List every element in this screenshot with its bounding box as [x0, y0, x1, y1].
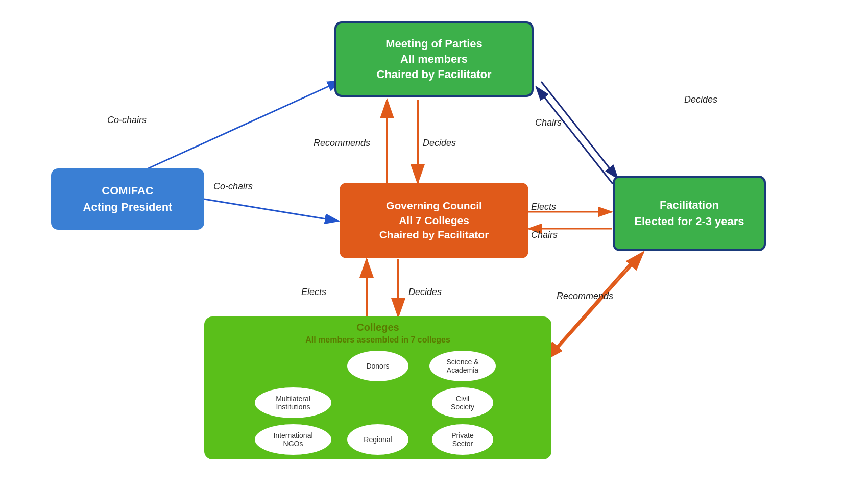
- facilitation-box: Facilitation Elected for 2-3 years: [613, 176, 766, 251]
- svg-line-16: [545, 260, 633, 360]
- meeting-of-parties-box: Meeting of Parties All members Chaired b…: [334, 21, 534, 97]
- governing-line2: All 7 Colleges: [379, 213, 489, 228]
- label-chairs-top: Chairs: [535, 117, 562, 128]
- label-co-chairs-left: Co-chairs: [107, 115, 147, 126]
- oval-intl-ngos: InternationalNGOs: [255, 424, 331, 455]
- label-elects-bottom: Elects: [301, 287, 326, 298]
- svg-line-6: [148, 81, 341, 168]
- diagram: Meeting of Parties All members Chaired b…: [0, 0, 868, 488]
- label-decides-top: Decides: [423, 138, 456, 149]
- label-co-chairs-mid: Co-chairs: [213, 181, 253, 192]
- governing-council-box: Governing Council All 7 Colleges Chaired…: [340, 183, 528, 258]
- svg-line-5: [204, 199, 339, 221]
- facilitation-line1: Facilitation: [634, 197, 744, 213]
- colleges-subtitle: All members assembled in 7 colleges: [305, 335, 450, 345]
- label-recommends-bottom: Recommends: [557, 291, 613, 302]
- label-recommends-top: Recommends: [314, 138, 370, 149]
- meeting-line3: Chaired by Facilitator: [377, 67, 492, 82]
- governing-line3: Chaired by Facilitator: [379, 228, 489, 242]
- oval-donors: Donors: [347, 351, 408, 381]
- oval-private-sector: PrivateSector: [432, 424, 493, 455]
- label-decides-right: Decides: [684, 94, 717, 105]
- oval-civil-society: CivilSociety: [432, 387, 493, 418]
- comifac-box: COMIFAC Acting President: [51, 168, 204, 230]
- colleges-title: Colleges: [356, 322, 399, 333]
- oval-regional: Regional: [347, 424, 408, 455]
- label-decides-bottom: Decides: [408, 287, 442, 298]
- colleges-box: Colleges All members assembled in 7 coll…: [204, 316, 551, 459]
- colleges-grid: Donors Science &Academia MultilateralIns…: [255, 351, 501, 455]
- facilitation-line2: Elected for 2-3 years: [634, 213, 744, 230]
- label-chairs-right: Chairs: [531, 230, 558, 240]
- governing-line1: Governing Council: [379, 199, 489, 213]
- comifac-line1: COMIFAC: [83, 183, 173, 199]
- oval-science: Science &Academia: [429, 351, 496, 381]
- oval-multilateral: MultilateralInstitutions: [255, 387, 331, 418]
- svg-line-15: [554, 252, 643, 352]
- svg-line-10: [541, 82, 618, 179]
- meeting-line2: All members: [377, 52, 492, 67]
- label-elects-right: Elects: [531, 202, 556, 212]
- meeting-line1: Meeting of Parties: [377, 36, 492, 52]
- svg-line-9: [536, 87, 613, 184]
- comifac-line2: Acting President: [83, 199, 173, 215]
